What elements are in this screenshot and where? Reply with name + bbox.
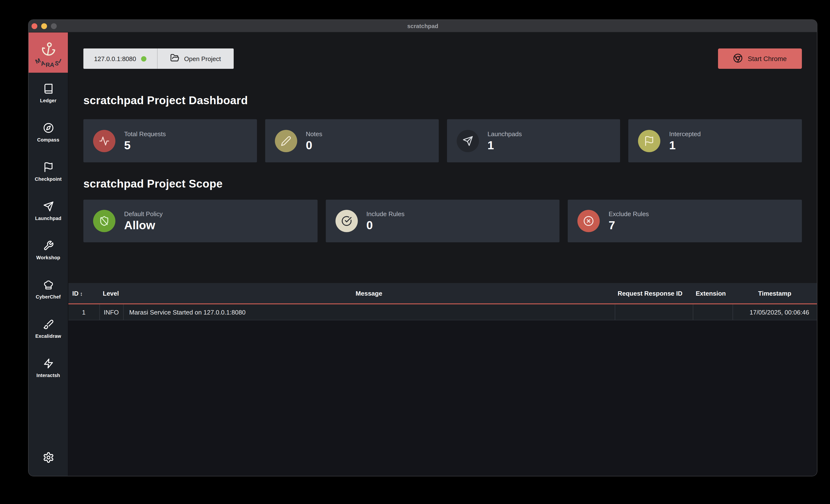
logo-brand-text: MARASI (36, 58, 61, 64)
open-project-label: Open Project (184, 55, 221, 62)
window-body: MARASI Ledger Compass Checkpoint (29, 32, 817, 476)
window-title: scratchpad (29, 23, 817, 29)
scope-label: Default Policy (124, 210, 163, 217)
stat-value: 0 (306, 139, 322, 152)
chef-hat-icon (43, 280, 54, 292)
start-chrome-button[interactable]: Start Chrome (718, 48, 802, 69)
flag-icon (43, 162, 54, 174)
stat-value: 1 (487, 139, 522, 152)
zap-icon (43, 358, 54, 371)
sidebar-item-checkpoint[interactable]: Checkpoint (29, 152, 68, 192)
sidebar-item-label: Ledger (40, 98, 57, 103)
log-table: ID↕ Level Message Request Response ID Ex… (68, 283, 817, 320)
send-icon (43, 201, 54, 214)
desktop: scratchpad MARASI Ledger (0, 0, 830, 504)
start-chrome-label: Start Chrome (748, 55, 787, 62)
gear-icon (42, 452, 54, 463)
x-circle-icon (578, 210, 600, 232)
column-header-id[interactable]: ID↕ (68, 283, 99, 304)
sidebar-nav: Ledger Compass Checkpoint Launchpad (29, 74, 68, 388)
stat-label: Notes (306, 130, 322, 137)
pencil-icon (275, 130, 297, 152)
column-header-message[interactable]: Message (123, 283, 615, 304)
column-header-timestamp[interactable]: Timestamp (733, 283, 817, 304)
sidebar-item-label: Compass (37, 137, 59, 142)
scope-cards: Default PolicyAllow Include Rules0 Exclu… (84, 200, 802, 242)
activity-icon (93, 130, 116, 152)
sort-icon: ↕ (80, 291, 83, 296)
sidebar-item-label: CyberChef (36, 294, 61, 300)
column-header-level[interactable]: Level (99, 283, 123, 304)
sidebar-item-compass[interactable]: Compass (29, 113, 68, 152)
scope-value: 0 (366, 219, 405, 232)
stat-value: 5 (124, 139, 166, 152)
wrench-icon (43, 240, 54, 253)
log-cell-timestamp: 17/05/2025, 00:06:46 (733, 304, 817, 320)
sidebar-item-label: Launchpad (35, 216, 62, 221)
stat-card-notes: Notes0 (265, 119, 439, 162)
log-cell-extension (693, 304, 733, 320)
titlebar: scratchpad (29, 20, 817, 32)
proxy-address-button[interactable]: 127.0.0.1:8080 (84, 48, 157, 69)
stat-label: Total Requests (124, 130, 166, 137)
stat-label: Launchpads (487, 130, 522, 137)
stat-label: Intercepted (669, 130, 701, 137)
sidebar: MARASI Ledger Compass Checkpoint (29, 32, 68, 476)
sidebar-item-ledger[interactable]: Ledger (29, 74, 68, 113)
log-cell-message: Marasi Service Started on 127.0.0.1:8080 (123, 304, 615, 320)
scope-card-include-rules: Include Rules0 (325, 200, 560, 242)
sidebar-item-cyberchef[interactable]: CyberChef (29, 270, 68, 309)
sidebar-item-label: Interactsh (36, 373, 60, 378)
compass-icon (43, 123, 54, 135)
stat-card-total-requests: Total Requests5 (84, 119, 257, 162)
column-header-extension[interactable]: Extension (693, 283, 733, 304)
log-cell-request-response-id (615, 304, 693, 320)
chrome-icon (733, 53, 743, 64)
app-logo: MARASI (29, 32, 68, 73)
scope-value: Allow (124, 219, 163, 232)
book-icon (43, 83, 54, 96)
scope-card-exclude-rules: Exclude Rules7 (568, 200, 802, 242)
main-content: 127.0.0.1:8080 Open Project Start C (68, 32, 817, 476)
scope-label: Exclude Rules (609, 210, 649, 217)
stat-card-intercepted: Intercepted1 (629, 119, 802, 162)
stat-card-launchpads: Launchpads1 (447, 119, 620, 162)
proxy-status-icon (141, 56, 147, 61)
content-area: 127.0.0.1:8080 Open Project Start C (68, 32, 817, 242)
scope-label: Include Rules (366, 210, 405, 217)
sidebar-item-interactsh[interactable]: Interactsh (29, 348, 68, 388)
log-table-row[interactable]: 1 INFO Marasi Service Started on 127.0.0… (68, 304, 817, 320)
stat-cards: Total Requests5 Notes0 Launchpads1 (84, 119, 802, 162)
log-cell-level: INFO (99, 304, 123, 320)
folder-open-icon (170, 53, 180, 64)
sidebar-item-label: Workshop (36, 255, 60, 260)
stat-value: 1 (669, 139, 701, 152)
log-table-section: ID↕ Level Message Request Response ID Ex… (68, 283, 817, 476)
sidebar-item-label: Checkpoint (35, 176, 62, 182)
proxy-address-text: 127.0.0.1:8080 (94, 55, 136, 62)
settings-button[interactable] (42, 452, 54, 463)
flag-icon (638, 130, 661, 152)
proxy-control-group: 127.0.0.1:8080 Open Project (84, 48, 233, 69)
log-cell-id: 1 (68, 304, 99, 320)
scope-title: scratchpad Project Scope (84, 177, 802, 191)
open-project-button[interactable]: Open Project (158, 48, 234, 69)
sidebar-item-excalidraw[interactable]: Excalidraw (29, 309, 68, 348)
scope-card-default-policy: Default PolicyAllow (84, 200, 317, 242)
dashboard-title: scratchpad Project Dashboard (84, 94, 802, 107)
check-circle-icon (335, 210, 357, 232)
toolbar: 127.0.0.1:8080 Open Project Start C (84, 48, 802, 69)
app-window: scratchpad MARASI Ledger (28, 20, 818, 476)
shield-off-icon (93, 210, 116, 232)
brush-icon (43, 319, 54, 332)
send-icon (456, 130, 479, 152)
sidebar-item-label: Excalidraw (35, 333, 61, 339)
column-header-request-response-id[interactable]: Request Response ID (615, 283, 693, 304)
sidebar-item-launchpad[interactable]: Launchpad (29, 192, 68, 231)
anchor-icon (40, 40, 57, 59)
scope-value: 7 (609, 219, 649, 232)
log-table-header-row: ID↕ Level Message Request Response ID Ex… (68, 283, 817, 304)
sidebar-item-workshop[interactable]: Workshop (29, 231, 68, 270)
